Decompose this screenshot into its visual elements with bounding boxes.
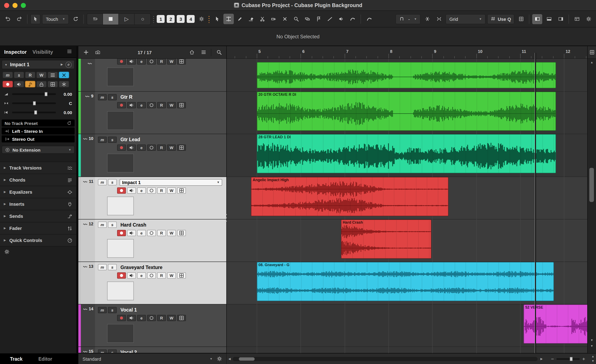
record-enable-button[interactable] — [117, 272, 126, 279]
volume-slider-thumb[interactable] — [45, 92, 47, 96]
zoom-slider-thumb[interactable] — [570, 357, 573, 361]
read-button[interactable]: R — [157, 315, 166, 321]
audio-event-08-graveyard-g[interactable]: 08. Graveyard - G — [257, 262, 554, 301]
edit-channel-button[interactable]: e — [137, 145, 146, 151]
pan-value[interactable]: C — [59, 101, 72, 106]
record-button[interactable]: ○ — [135, 14, 151, 24]
solo-button[interactable]: s — [108, 307, 117, 313]
edit-channel-button[interactable]: e — [137, 230, 146, 236]
inspector-section-quick-controls[interactable]: ▶Quick Controls — [0, 234, 76, 247]
input-gain-slider[interactable] — [12, 112, 56, 113]
automation-mode-select[interactable]: Touch ▼ — [42, 14, 69, 24]
mute-button[interactable]: m — [98, 349, 107, 353]
inspector-record-enable-button[interactable] — [2, 81, 13, 87]
panel-divider[interactable] — [76, 46, 78, 353]
scroll-up-arrow[interactable]: ▲ — [588, 59, 596, 65]
inspector-section-fader[interactable]: ▶Fader — [0, 222, 76, 234]
vertical-scrollbar[interactable]: ▲ ▼ ▼ — [587, 46, 596, 353]
read-button[interactable]: R — [157, 102, 166, 109]
zoom-tool[interactable] — [291, 14, 302, 24]
workspace-button-4[interactable]: 4 — [187, 15, 195, 23]
write-button[interactable]: W — [167, 59, 176, 65]
mute-tool[interactable] — [280, 14, 290, 24]
monitor-button[interactable] — [127, 102, 136, 109]
time-warp-tool[interactable] — [314, 14, 324, 24]
lanes-button[interactable] — [177, 102, 186, 109]
track-controls-settings-icon[interactable] — [217, 356, 222, 362]
search-icon[interactable] — [215, 48, 223, 56]
tab-editor[interactable]: Editor — [38, 356, 52, 361]
split-tool[interactable] — [257, 14, 268, 24]
right-zone-toggle[interactable] — [556, 14, 566, 24]
cycle-button[interactable] — [87, 14, 103, 24]
inspector-listen-button[interactable] — [25, 81, 35, 87]
stop-button[interactable] — [103, 14, 119, 24]
use-quantize-button[interactable]: Use Q — [487, 14, 514, 24]
glue-tool[interactable] — [269, 14, 279, 24]
input-gain-value[interactable]: 0.00 — [59, 110, 72, 115]
comp-tool[interactable] — [302, 14, 313, 24]
record-enable-button[interactable] — [117, 187, 126, 193]
undo-button[interactable] — [2, 14, 13, 24]
timeline-ruler[interactable]: 56789101112 — [227, 46, 587, 59]
scroll-down-arrow[interactable]: ▼ — [588, 337, 596, 342]
minimize-button[interactable] — [13, 3, 17, 8]
solo-button[interactable]: s — [108, 179, 117, 185]
scroll-left-arrow[interactable]: ◀ — [228, 354, 231, 364]
mute-button[interactable]: m — [98, 264, 107, 270]
solo-button[interactable]: s — [108, 349, 117, 353]
freeze-button[interactable] — [147, 230, 156, 236]
solo-button[interactable]: s — [108, 94, 117, 100]
snap-zero-crossing-button[interactable] — [422, 14, 432, 24]
record-enable-button[interactable] — [117, 145, 126, 151]
chevron-right-icon[interactable]: ▶ — [61, 63, 63, 66]
mute-button[interactable]: m — [98, 307, 107, 313]
lanes-button[interactable] — [177, 230, 186, 236]
edit-channel-button[interactable]: e — [137, 315, 146, 321]
mute-button[interactable]: m — [98, 137, 107, 143]
ruler-options-button[interactable] — [588, 46, 596, 59]
inspector-channel-button[interactable] — [59, 72, 69, 78]
track-row-gtr-r[interactable]: 9msGtr ReRW — [78, 92, 226, 134]
edit-channel-button[interactable]: e — [137, 272, 146, 279]
track-lane[interactable] — [227, 347, 587, 353]
extension-select[interactable]: No Extension ▼ — [2, 146, 74, 154]
lower-zone-toggle[interactable] — [544, 14, 554, 24]
lanes-button[interactable] — [177, 187, 186, 193]
inspector-lock-button[interactable] — [36, 81, 47, 87]
inspector-section-equalizers[interactable]: ▶Equalizers — [0, 186, 76, 198]
color-tool[interactable] — [347, 14, 358, 24]
track-row-graveyard-texture[interactable]: 13msGraveyard TextureeRW — [78, 262, 226, 305]
input-gain-slider-thumb[interactable] — [34, 110, 37, 115]
lanes-button[interactable] — [177, 145, 186, 151]
track-row-vocal-1[interactable]: 14msVocal 1eRW — [78, 305, 226, 347]
play-button[interactable]: ▷ — [119, 14, 135, 24]
audio-event-20-gtr-octave-r-di[interactable]: 20 GTR OCTAVE R DI — [257, 92, 556, 131]
write-button[interactable]: W — [167, 102, 176, 109]
workspace-button-3[interactable]: 3 — [177, 15, 185, 23]
vertical-scroll-thumb[interactable] — [589, 168, 594, 202]
read-button[interactable]: R — [157, 230, 166, 236]
inspector-lanes-button[interactable] — [47, 72, 58, 78]
gear-icon[interactable] — [4, 249, 10, 256]
track-controls-preset[interactable]: Standard ▼ — [78, 354, 227, 364]
monitor-button[interactable] — [127, 187, 136, 193]
zoom-slider[interactable] — [556, 358, 580, 360]
inspector-solo-button[interactable]: s — [14, 72, 24, 78]
track-row-impact-1[interactable]: 11msImpact 1▼eRW — [78, 177, 226, 219]
line-tool[interactable] — [325, 14, 335, 24]
home-icon[interactable] — [187, 48, 196, 56]
track-row-partial[interactable]: mseRW — [78, 59, 226, 92]
monitor-button[interactable] — [127, 59, 136, 65]
tab-track[interactable]: Track — [10, 356, 22, 361]
range-selection-tool[interactable] — [224, 14, 234, 24]
read-button[interactable]: R — [157, 145, 166, 151]
inspector-parts-button[interactable] — [47, 81, 58, 87]
maximize-button[interactable] — [21, 3, 26, 8]
nudge-select[interactable]: - ▼ — [395, 14, 421, 24]
workspace-button-1[interactable]: 1 — [157, 15, 165, 23]
erase-tool[interactable] — [246, 14, 257, 24]
automation-settings-button[interactable] — [71, 14, 81, 24]
record-enable-button[interactable] — [117, 315, 126, 321]
quantize-panel-button[interactable] — [516, 14, 526, 24]
